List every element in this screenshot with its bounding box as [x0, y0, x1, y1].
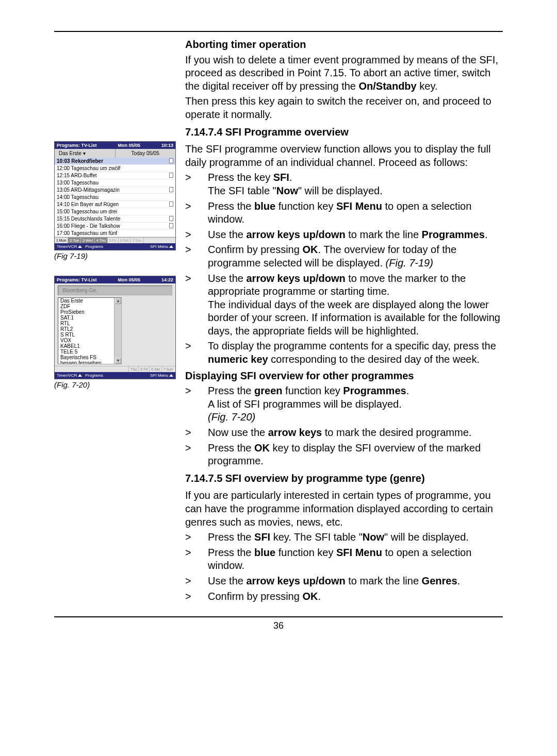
doc-icon: [169, 173, 173, 178]
step: Press the blue function key SFI Menu to …: [208, 200, 503, 226]
footer-programs[interactable]: Programs: [85, 244, 103, 249]
doc-icon: [169, 223, 173, 228]
footer-sfimenu[interactable]: SFI Menu: [150, 244, 173, 249]
channel-item[interactable]: ProSieben: [58, 309, 114, 315]
heading-7-14-7-4: 7.14.7.4 SFI Programme overview: [185, 126, 503, 139]
genre-steps: >Press the SFI key. The SFI table "Now" …: [185, 531, 503, 603]
footer-timer[interactable]: Timer/VCR: [57, 244, 82, 249]
genre-intro: If you are particularly interested in ce…: [185, 489, 503, 529]
channel-item[interactable]: Bayerisches FS: [58, 355, 114, 360]
programme-row[interactable]: 10:03 Rekordfieber: [55, 158, 175, 165]
step: Press the green function key Programmes.…: [208, 384, 503, 424]
fig20-date: Mon 05/05: [118, 277, 140, 282]
fig-7-20: Programs: TV-List Mon 05/05 14:22 Bloomb…: [54, 276, 176, 379]
fig20-caption: (Fig. 7-20): [54, 380, 176, 389]
programme-row[interactable]: 17:00 Tagesschau um fünf: [55, 230, 175, 237]
overview-intro: The SFI programme overview function allo…: [185, 143, 503, 169]
fig19-subheader: Das Erste ▾ Today 05/05: [55, 149, 175, 158]
arrow-up-icon: [169, 374, 173, 377]
rule-top: [54, 31, 503, 32]
channel-dropdown[interactable]: Das Erste ▾: [55, 149, 116, 158]
abort-para2: Then press this key again to switch the …: [185, 95, 503, 121]
displaying-heading: Displaying SFI overview for other progra…: [185, 370, 414, 381]
day-tab[interactable]: 3 Wed: [81, 238, 95, 243]
day-tab[interactable]: 7 Sun: [130, 238, 143, 243]
arrow-up-icon: [78, 245, 82, 248]
scroll-down-icon[interactable]: ▾: [115, 358, 121, 364]
fig20-title: Programs: TV-List: [57, 277, 97, 282]
programme-row[interactable]: 13:00 Tagesschau: [55, 179, 175, 187]
footer-timer[interactable]: Timer/VCR: [57, 373, 82, 378]
fig19-time: 10:13: [161, 143, 173, 148]
day-tab[interactable]: 7 Sun: [161, 366, 174, 372]
fig20-header: Programs: TV-List Mon 05/05 14:22: [55, 276, 175, 283]
scroll-up-icon[interactable]: ▴: [115, 298, 121, 304]
fig20-footer: Timer/VCR Programs SFI Menu: [55, 372, 175, 379]
footer-programs[interactable]: Programs: [85, 373, 103, 378]
programme-row[interactable]: 13:05 ARD-Mittagsmagazin: [55, 187, 175, 194]
heading-7-14-7-5: 7.14.7.5 SFI overview by programme type …: [185, 472, 503, 485]
scrollbar[interactable]: ▴ ▾: [114, 297, 122, 364]
programme-row[interactable]: 12:00 Tagesschau um zwölf: [55, 165, 175, 172]
channel-item[interactable]: TELE 5: [58, 349, 114, 355]
programme-row[interactable]: 14:10 Ein Bayer auf Rügen: [55, 201, 175, 208]
arrow-up-icon: [78, 374, 82, 377]
day-tab[interactable]: Thu: [128, 366, 138, 372]
fig-7-19: Programs: TV-List Mon 05/05 10:13 Das Er…: [54, 141, 176, 250]
channel-item[interactable]: SAT.1: [58, 315, 114, 321]
fig19-date: Mon 05/05: [118, 143, 140, 148]
step: Now use the arrow keys to mark the desir…: [208, 426, 503, 440]
displaying-steps: >Press the green function key Programmes…: [185, 384, 503, 468]
fig19-footer: Timer/VCR Programs SFI Menu: [55, 243, 175, 250]
day-tab[interactable]: 5 Fri: [138, 366, 149, 372]
day-tab[interactable]: 6 Sat: [149, 366, 161, 372]
channel-item[interactable]: ZDF: [58, 304, 114, 309]
doc-icon: [169, 216, 173, 221]
channel-item[interactable]: RTL2: [58, 326, 114, 332]
channel-item[interactable]: hessen fernsehen: [58, 360, 114, 364]
channel-item[interactable]: KABEL1: [58, 343, 114, 349]
programme-row[interactable]: 16:00 Fliege - Die Talkshow: [55, 223, 175, 230]
day-tabs[interactable]: Thu5 Fri6 Sat7 Sun: [55, 366, 175, 372]
day-tab[interactable]: 5 Fri: [108, 238, 119, 243]
step: To display the programme contents for a …: [208, 340, 503, 366]
channel-item[interactable]: VOX: [58, 338, 114, 343]
step: Press the OK key to display the SFI over…: [208, 442, 503, 468]
channel-item[interactable]: RTL: [58, 321, 114, 326]
channel-list-wrap: Das ErsteZDFProSiebenSAT.1RTLRTL2S RTLVO…: [58, 297, 172, 364]
step: Press the key SFI.The SFI table "Now" wi…: [208, 171, 503, 197]
day-tab[interactable]: 1 Mon: [55, 238, 68, 243]
fig19-caption: (Fig 7-19): [54, 251, 176, 260]
channel-item[interactable]: S RTL: [58, 332, 114, 338]
day-tab[interactable]: 4 Thu: [95, 238, 108, 243]
aborting-heading: Aborting timer operation: [185, 39, 306, 50]
fig19-header: Programs: TV-List Mon 05/05 10:13: [55, 142, 175, 149]
step: Use the arrow keys up/down to move the m…: [208, 272, 503, 338]
doc-icon: [169, 158, 173, 163]
day-tab[interactable]: 6 Sat: [119, 238, 130, 243]
page: Programs: TV-List Mon 05/05 10:13 Das Er…: [0, 0, 557, 756]
selected-channel[interactable]: Bloomberg-Ge.: [58, 285, 172, 295]
programme-row[interactable]: 14:00 Tagesschau: [55, 194, 175, 201]
overview-steps: >Press the key SFI.The SFI table "Now" w…: [185, 171, 503, 366]
fig20-time: 14:22: [161, 277, 173, 282]
fig19-title: Programs: TV-List: [57, 143, 97, 148]
page-number: 36: [54, 620, 503, 631]
programme-row[interactable]: 12:15 ARD-Buffet: [55, 172, 175, 179]
channel-item[interactable]: Das Erste: [58, 298, 114, 304]
channel-list[interactable]: Das ErsteZDFProSiebenSAT.1RTLRTL2S RTLVO…: [58, 297, 114, 364]
day-tab[interactable]: 2 Tue: [68, 238, 81, 243]
programme-row[interactable]: 15:00 Tagesschau um drei: [55, 208, 175, 215]
abort-para1: If you wish to delete a timer event prog…: [185, 54, 503, 93]
step: Use the arrow keys up/down to mark the l…: [208, 228, 503, 242]
rule-bottom: [54, 616, 503, 617]
content: Programs: TV-List Mon 05/05 10:13 Das Er…: [54, 38, 503, 605]
doc-icon: [169, 187, 173, 192]
text-column: Aborting timer operation If you wish to …: [185, 38, 503, 605]
footer-sfimenu[interactable]: SFI Menu: [150, 373, 173, 378]
programme-list[interactable]: 10:03 Rekordfieber12:00 Tagesschau um zw…: [55, 158, 175, 237]
programme-row[interactable]: 15:15 Deutschlands Talente: [55, 215, 175, 223]
day-tabs[interactable]: 1 Mon2 Tue3 Wed4 Thu5 Fri6 Sat7 Sun: [55, 237, 175, 243]
today-label: Today 05/05: [116, 149, 176, 158]
step: Confirm by pressing OK. The overview for…: [208, 243, 503, 270]
